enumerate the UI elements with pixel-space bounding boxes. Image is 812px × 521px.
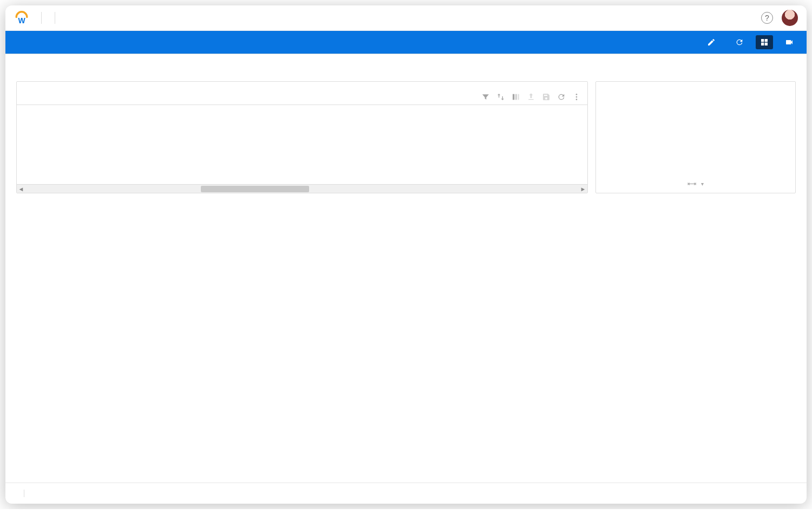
scroll-right-icon[interactable]: ► — [580, 186, 586, 192]
horizontal-scrollbar[interactable]: ◄ ► — [17, 184, 587, 193]
grid-view-button[interactable] — [756, 35, 773, 49]
table-toolbar — [17, 90, 587, 105]
present-button[interactable] — [781, 35, 798, 49]
edit-button[interactable] — [703, 35, 723, 49]
page-footer — [5, 483, 807, 504]
refresh-button[interactable] — [731, 35, 748, 49]
dashboard-toolbar — [5, 31, 807, 54]
more-icon[interactable] — [572, 93, 581, 101]
user-avatar[interactable] — [782, 10, 798, 26]
cost-of-work-pie-chart — [650, 90, 742, 172]
workforce-plan-table-panel: ◄ ► — [16, 81, 588, 193]
svg-point-8 — [576, 94, 578, 95]
export-icon[interactable] — [527, 93, 535, 101]
reload-icon[interactable] — [557, 93, 566, 101]
columns-icon[interactable] — [512, 93, 520, 101]
sort-icon[interactable] — [496, 93, 505, 101]
scroll-left-icon[interactable]: ◄ — [18, 186, 24, 192]
pie-footer[interactable]: ⇤ ⇥ ▾ — [687, 175, 703, 187]
workday-logo[interactable]: W — [14, 10, 29, 25]
chevron-down-icon: ▾ — [701, 181, 704, 187]
svg-rect-6 — [515, 94, 517, 100]
cost-of-work-panel: ⇤ ⇥ ▾ — [595, 81, 796, 193]
help-icon[interactable]: ? — [761, 12, 773, 24]
divider — [41, 12, 42, 24]
svg-rect-1 — [761, 39, 764, 42]
nav-arrows-icon: ⇤ ⇥ — [687, 180, 694, 187]
svg-text:W: W — [18, 16, 25, 25]
svg-point-9 — [576, 96, 578, 98]
save-icon[interactable] — [542, 93, 551, 101]
svg-rect-2 — [765, 39, 768, 42]
divider — [24, 490, 24, 497]
svg-point-10 — [576, 99, 578, 100]
scroll-thumb[interactable] — [201, 186, 309, 192]
table-title — [17, 82, 587, 90]
svg-rect-5 — [513, 94, 514, 100]
divider — [55, 12, 55, 24]
svg-rect-3 — [761, 43, 764, 45]
filter-icon[interactable] — [481, 93, 490, 101]
app-header: W ? — [5, 5, 807, 31]
svg-rect-4 — [765, 43, 768, 45]
svg-rect-7 — [518, 94, 519, 100]
